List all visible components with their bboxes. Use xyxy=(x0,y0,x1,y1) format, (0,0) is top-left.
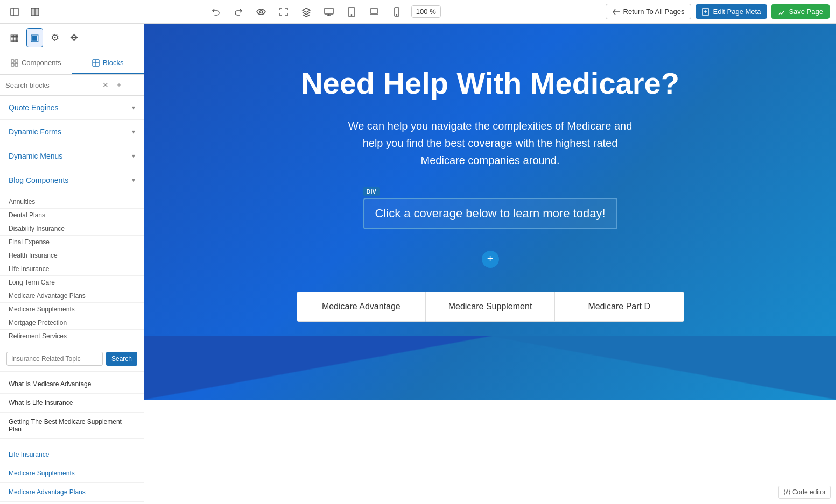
list-item[interactable]: Medicare Supplements xyxy=(0,303,144,316)
category-medicare-advantage-plans[interactable]: Medicare Advantage Plans xyxy=(0,483,144,502)
topic-search-input[interactable] xyxy=(6,352,103,366)
magic-wand-icon-btn[interactable]: ✥ xyxy=(67,28,81,47)
collapse-btn[interactable]: — xyxy=(127,79,139,91)
toolbar-right: Return To All Pages Edit Page Meta Save … xyxy=(606,4,830,19)
blog-search-section: Search xyxy=(0,346,144,372)
sidebar-content: Quote Engines ▾ Dynamic Forms ▾ Dynamic … xyxy=(0,96,144,504)
desktop-btn[interactable] xyxy=(321,4,337,20)
preview-btn[interactable] xyxy=(253,4,269,20)
code-editor-label[interactable]: ⟨/⟩ Code editor xyxy=(778,486,831,499)
hero-section: Need Help With Medicare? We can help you… xyxy=(144,24,836,400)
chevron-down-icon: ▾ xyxy=(132,152,135,160)
blog-components-list: Annuities Dental Plans Disability Insura… xyxy=(0,192,144,346)
page-canvas: Need Help With Medicare? We can help you… xyxy=(144,24,836,504)
category-medicare-supplements[interactable]: Medicare Supplements xyxy=(0,464,144,483)
accordion-header-dynamic-forms[interactable]: Dynamic Forms ▾ xyxy=(0,120,144,144)
hero-subtitle: We can help you navigate the complexitie… xyxy=(340,117,641,169)
blog-search-row: Search xyxy=(6,352,137,366)
list-item[interactable]: Long Term Care xyxy=(0,276,144,289)
list-item[interactable]: Dental Plans xyxy=(0,209,144,222)
tab-blocks[interactable]: Blocks xyxy=(72,52,144,74)
chevron-down-icon: ▾ xyxy=(132,128,135,136)
canvas-area: Need Help With Medicare? We can help you… xyxy=(144,24,836,504)
redo-btn[interactable] xyxy=(230,4,247,20)
category-health-insurance[interactable]: Health Insurance xyxy=(0,502,144,504)
article-item-2[interactable]: What Is Life Insurance xyxy=(0,394,144,413)
edit-page-meta-btn[interactable]: Edit Page Meta xyxy=(696,4,767,19)
toolbar-center: 100 % xyxy=(208,4,441,20)
zoom-display: 100 % xyxy=(411,5,441,18)
accordion-blog-components: Blog Components ▾ Annuities Dental Plans… xyxy=(0,168,144,504)
components-icon xyxy=(11,59,18,67)
clear-search-btn[interactable]: ✕ xyxy=(100,79,111,91)
hero-title: Need Help With Medicare? xyxy=(166,67,814,100)
list-item-medicare-advantage-plans[interactable]: Medicare Advantage Plans xyxy=(0,289,144,303)
tablet-btn[interactable] xyxy=(343,4,360,20)
cta-container: DIV Click a coverage below to learn more… xyxy=(363,187,617,242)
category-list: Life Insurance Medicare Supplements Medi… xyxy=(0,442,144,504)
svg-rect-19 xyxy=(11,60,14,62)
top-toolbar: 100 % Return To All Pages Edit Page Meta… xyxy=(0,0,836,24)
accordion-header-quote-engines[interactable]: Quote Engines ▾ xyxy=(0,96,144,119)
sidebar-top-icons: ▦ ▣ ⚙ ✥ xyxy=(0,24,144,52)
coverage-btn-medicare-advantage[interactable]: Medicare Advantage xyxy=(297,292,426,322)
list-item[interactable]: Mortgage Protection xyxy=(0,316,144,330)
add-btn-row: + xyxy=(166,251,814,281)
list-item[interactable]: Disability Insurance xyxy=(0,222,144,236)
article-list: What Is Medicare Advantage What Is Life … xyxy=(0,372,144,442)
add-block-btn[interactable]: ＋ xyxy=(113,79,125,91)
list-item[interactable]: Retirement Services xyxy=(0,330,144,343)
fullscreen-btn[interactable] xyxy=(276,4,292,20)
coverage-buttons: Medicare Advantage Medicare Supplement M… xyxy=(297,292,684,322)
category-life-insurance[interactable]: Life Insurance xyxy=(0,445,144,464)
svg-point-6 xyxy=(259,10,262,13)
toggle-sidebar-btn[interactable] xyxy=(6,4,23,20)
svg-rect-21 xyxy=(11,63,14,66)
accordion-dynamic-forms: Dynamic Forms ▾ xyxy=(0,120,144,144)
settings-icon-btn[interactable]: ⚙ xyxy=(47,28,62,47)
article-item-1[interactable]: What Is Medicare Advantage xyxy=(0,375,144,394)
div-label: DIV xyxy=(363,187,380,196)
accordion-quote-engines: Quote Engines ▾ xyxy=(0,96,144,120)
main-layout: ▦ ▣ ⚙ ✥ Components xyxy=(0,24,836,504)
svg-rect-20 xyxy=(15,60,18,62)
topic-search-btn[interactable]: Search xyxy=(106,352,137,366)
accordion-header-blog-components[interactable]: Blog Components ▾ xyxy=(0,168,144,192)
list-item[interactable]: Final Expense xyxy=(0,236,144,249)
coverage-btn-medicare-supplement[interactable]: Medicare Supplement xyxy=(426,292,555,322)
return-btn[interactable]: Return To All Pages xyxy=(606,4,692,19)
save-page-btn[interactable]: Save Page xyxy=(771,4,830,19)
layers-btn[interactable] xyxy=(298,4,314,20)
sidebar: ▦ ▣ ⚙ ✥ Components xyxy=(0,24,144,504)
add-element-btn[interactable]: + xyxy=(482,251,499,268)
tab-components[interactable]: Components xyxy=(0,52,72,74)
accordion-dynamic-menus: Dynamic Menus ▾ xyxy=(0,144,144,168)
list-item[interactable]: Life Insurance xyxy=(0,262,144,276)
svg-point-15 xyxy=(396,14,397,15)
laptop-btn[interactable] xyxy=(366,4,382,20)
undo-btn[interactable] xyxy=(208,4,224,20)
chevron-up-icon: ▾ xyxy=(132,176,135,184)
svg-point-12 xyxy=(351,14,352,15)
svg-rect-8 xyxy=(325,8,333,14)
mobile-btn[interactable] xyxy=(389,4,405,20)
toggle-columns-btn[interactable] xyxy=(27,4,43,20)
hero-cta-text: Click a coverage below to learn more tod… xyxy=(375,207,606,220)
search-blocks-input[interactable] xyxy=(5,81,96,89)
list-item[interactable]: Annuities xyxy=(0,195,144,209)
blocks-icon-btn[interactable]: ▣ xyxy=(26,28,43,47)
svg-rect-22 xyxy=(15,63,18,66)
coverage-btn-medicare-part-d[interactable]: Medicare Part D xyxy=(555,292,684,322)
toolbar-left xyxy=(6,4,43,20)
sidebar-search-bar: ✕ ＋ — xyxy=(0,75,144,96)
article-item-3[interactable]: Getting The Best Medicare Supplement Pla… xyxy=(0,413,144,439)
svg-marker-7 xyxy=(303,8,310,12)
svg-rect-0 xyxy=(11,8,18,16)
layers-icon-btn[interactable]: ▦ xyxy=(6,28,22,47)
accordion-header-dynamic-menus[interactable]: Dynamic Menus ▾ xyxy=(0,144,144,168)
blocks-icon xyxy=(92,59,100,67)
sidebar-search-actions: ✕ ＋ — xyxy=(100,79,139,91)
list-item[interactable]: Health Insurance xyxy=(0,249,144,262)
svg-rect-13 xyxy=(370,9,378,13)
hero-cta-box[interactable]: Click a coverage below to learn more tod… xyxy=(363,198,617,229)
